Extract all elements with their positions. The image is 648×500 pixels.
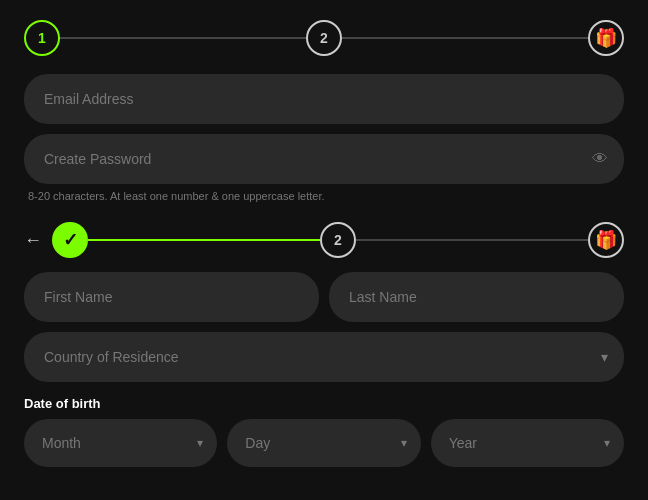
page-container: 1 2 🎁 👁 8-20 characters. At least one nu…: [0, 0, 648, 500]
country-select[interactable]: Country of Residence United States Unite…: [24, 332, 624, 382]
top-line-2: [342, 37, 588, 39]
month-select[interactable]: Month January February March April May J…: [24, 419, 217, 467]
top-line-1: [60, 37, 306, 39]
back-arrow-icon[interactable]: ←: [24, 230, 42, 251]
top-form-section: 👁 8-20 characters. At least one number &…: [24, 74, 624, 202]
bottom-step-gift: 🎁: [588, 222, 624, 258]
password-wrapper: 👁: [24, 134, 624, 184]
top-step-2: 2: [306, 20, 342, 56]
first-name-input[interactable]: [24, 272, 319, 322]
day-wrapper: Day 123 456 789 101520 253031 ▾: [227, 419, 420, 467]
eye-icon[interactable]: 👁: [592, 150, 608, 168]
top-step-indicator: 1 2 🎁: [24, 20, 624, 56]
year-wrapper: Year 2005 2000 1995 1990 1985 1980 ▾: [431, 419, 624, 467]
dob-section: Date of birth Month January February Mar…: [24, 396, 624, 467]
bottom-line-2: [356, 239, 588, 241]
step-check-icon: ✓: [52, 222, 88, 258]
dob-label: Date of birth: [24, 396, 624, 411]
password-hint: 8-20 characters. At least one number & o…: [24, 190, 624, 202]
last-name-input[interactable]: [329, 272, 624, 322]
dob-row: Month January February March April May J…: [24, 419, 624, 467]
month-wrapper: Month January February March April May J…: [24, 419, 217, 467]
email-input[interactable]: [24, 74, 624, 124]
top-step-1: 1: [24, 20, 60, 56]
bottom-step-2: 2: [320, 222, 356, 258]
bottom-line-1: [88, 239, 320, 241]
top-step-gift: 🎁: [588, 20, 624, 56]
password-input[interactable]: [24, 134, 624, 184]
year-select[interactable]: Year 2005 2000 1995 1990 1985 1980: [431, 419, 624, 467]
country-wrapper: Country of Residence United States Unite…: [24, 332, 624, 382]
step2-bar: ← ✓ 2 🎁: [24, 222, 624, 258]
name-row: [24, 272, 624, 322]
day-select[interactable]: Day 123 456 789 101520 253031: [227, 419, 420, 467]
